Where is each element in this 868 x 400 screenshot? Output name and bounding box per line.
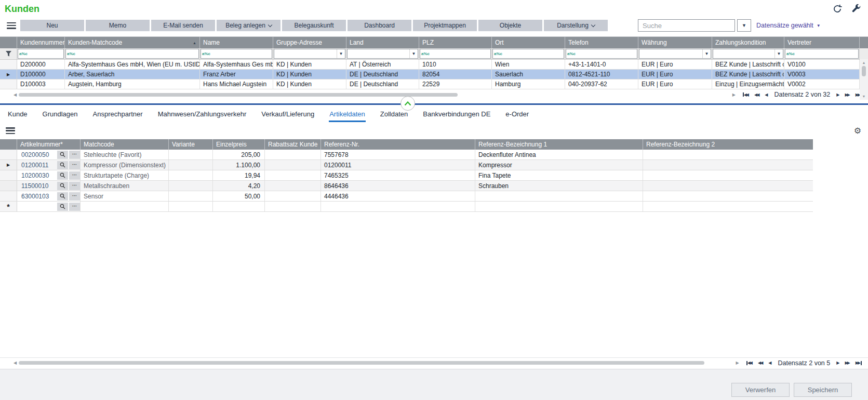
filter-input-kundennummer[interactable]: a%c (18, 49, 64, 59)
row-selector[interactable] (0, 60, 17, 69)
table-row-current[interactable]: ▶ 01200011 ··· Kompressor (Dimensionstex… (0, 160, 813, 170)
dropdown-icon[interactable]: ▼ (774, 49, 783, 58)
tab-ansprechpartner[interactable]: Ansprechpartner (92, 107, 143, 122)
column-header-artikelnummer[interactable]: Artikelnummer* (17, 139, 81, 150)
column-header-plz[interactable]: PLZ (419, 37, 492, 48)
speichern-button[interactable]: Speichern (794, 383, 852, 397)
verwerfen-button[interactable]: Verwerfen (731, 383, 790, 397)
beleg-anlegen-button[interactable]: Beleg anlegen (217, 20, 281, 31)
detail-button[interactable]: ··· (69, 192, 80, 201)
dropdown-icon[interactable]: ▼ (337, 49, 345, 58)
next-record-button[interactable]: ▶ (836, 92, 839, 97)
scroll-down-icon[interactable]: ▼ (862, 93, 866, 100)
dropdown-icon[interactable]: ▼ (409, 49, 418, 58)
column-header-einzelpreis[interactable]: Einzelpreis (213, 139, 265, 150)
table-row[interactable]: 11500010 ··· Metallschrauben 4,20 864643… (0, 181, 813, 191)
scroll-up-icon[interactable]: ▲ (862, 59, 866, 66)
objekte-button[interactable]: Objekte (478, 20, 542, 31)
column-header-zahlungskondition[interactable]: Zahlungskondition (712, 37, 784, 48)
row-selector[interactable] (0, 170, 17, 180)
darstellung-button[interactable]: Darstellung (544, 20, 608, 31)
tab-artikeldaten[interactable]: Artikeldaten (329, 107, 366, 122)
filter-funnel-icon[interactable] (0, 48, 17, 59)
filter-select-gruppe[interactable]: ▼ (274, 49, 345, 59)
lookup-button[interactable] (57, 203, 68, 211)
table-row[interactable]: D200000 Alfa-Systemhaus Ges mbH, Wien (E… (0, 60, 868, 70)
column-header-ort[interactable]: Ort (492, 37, 565, 48)
row-selector[interactable] (0, 191, 17, 201)
scroll-right-icon[interactable]: ▶ (730, 92, 738, 97)
email-senden-button[interactable]: E-Mail senden (151, 20, 215, 31)
column-header-gruppe-adresse[interactable]: Gruppe-Adresse (273, 37, 346, 48)
horizontal-scrollbar[interactable] (19, 93, 458, 97)
refresh-icon[interactable] (833, 4, 842, 14)
horizontal-scrollbar[interactable] (19, 361, 704, 365)
filter-input-ort[interactable]: a%c (492, 49, 564, 59)
column-header-rabattsatz-kunde[interactable]: Rabattsatz Kunde (265, 139, 321, 150)
gear-icon[interactable]: ⚙ (854, 126, 861, 136)
belegauskunft-button[interactable]: Belegauskunft (282, 20, 346, 31)
lookup-button[interactable] (57, 182, 68, 190)
detail-button[interactable]: ··· (69, 151, 80, 159)
next-page-button[interactable]: ▶▶ (845, 92, 850, 97)
detail-button[interactable]: ··· (69, 161, 80, 169)
current-row-marker[interactable]: ▶ (0, 160, 17, 170)
tab-kunde[interactable]: Kunde (7, 107, 28, 122)
column-header-referenz-bezeichnung-1[interactable]: Referenz-Bezeichnung 1 (475, 139, 643, 150)
column-header-matchcode[interactable]: Matchcode (81, 139, 169, 150)
filter-select-waehrung[interactable]: ▼ (639, 49, 711, 59)
prev-record-button[interactable]: ◀ (765, 92, 768, 97)
wrench-icon[interactable] (851, 4, 861, 14)
table-row[interactable]: 63000103 ··· Sensor 50,00 4446436 (0, 191, 813, 202)
current-row-marker[interactable]: ▶ (0, 70, 17, 79)
new-row-marker[interactable]: * (0, 202, 17, 211)
scrollbar-thumb[interactable] (862, 66, 866, 76)
row-selector[interactable] (0, 150, 17, 159)
detail-button[interactable]: ··· (69, 171, 80, 180)
last-record-button[interactable]: ▶▶ (856, 361, 862, 365)
tab-grundlagen[interactable]: Grundlagen (42, 107, 78, 122)
prev-record-button[interactable]: ◀ (768, 361, 771, 365)
projektmappen-button[interactable]: Projektmappen (413, 20, 477, 31)
lookup-button[interactable] (57, 151, 68, 159)
row-selector[interactable] (0, 79, 17, 89)
filter-input-vertreter[interactable]: a%c (785, 49, 859, 59)
search-filter-dropdown[interactable]: ▼ (737, 19, 751, 32)
table-row[interactable]: 10200030 ··· Strukturtapete (Charge) 19,… (0, 170, 813, 181)
column-header-referenz-nr[interactable]: Referenz-Nr. (321, 139, 475, 150)
filter-input-plz[interactable]: a%c (420, 49, 491, 59)
column-header-name[interactable]: Name (200, 37, 273, 48)
search-input[interactable] (638, 19, 735, 32)
filter-input-name[interactable]: a%c (201, 49, 272, 59)
detail-menu-icon[interactable] (6, 127, 15, 134)
scroll-left-icon[interactable]: ◀ (11, 92, 19, 97)
column-header-referenz-bezeichnung-2[interactable]: Referenz-Bezeichnung 2 (643, 139, 813, 150)
first-record-button[interactable]: ◀◀ (743, 92, 749, 97)
dashboard-button[interactable]: Dashboard (348, 20, 411, 31)
tab-mahnwesen-zahlungsverkehr[interactable]: Mahnwesen/Zahlungsverkehr (157, 107, 247, 122)
vertical-scrollbar[interactable]: ▲ ▼ (860, 59, 868, 100)
tab-e-order[interactable]: e-Order (505, 107, 529, 122)
prev-page-button[interactable]: ◀◀ (758, 361, 763, 365)
column-header-kundennummer[interactable]: Kundennummer (17, 37, 65, 48)
column-header-variante[interactable]: Variante (169, 139, 213, 150)
column-header-waehrung[interactable]: Währung (638, 37, 712, 48)
neu-button[interactable]: Neu (20, 20, 84, 31)
first-record-button[interactable]: ◀◀ (746, 361, 753, 365)
tab-verkauf-lieferung[interactable]: Verkauf/Lieferung (261, 107, 315, 122)
filter-select-zahlungskondition[interactable]: ▼ (713, 49, 783, 59)
detail-button[interactable]: ··· (69, 182, 80, 190)
table-row[interactable]: D100003 Augstein, Hamburg Hans Michael A… (0, 79, 868, 89)
column-header-land[interactable]: Land (346, 37, 419, 48)
table-row-selected[interactable]: ▶ D100000 Arber, Sauerlach Franz Arber K… (0, 70, 868, 79)
tab-zolldaten[interactable]: Zolldaten (380, 107, 408, 122)
list-menu-icon[interactable] (7, 22, 16, 29)
records-selected-dropdown[interactable]: Datensätze gewählt▼ (756, 22, 821, 29)
next-record-button[interactable]: ▶ (836, 361, 839, 365)
detail-button[interactable]: ··· (69, 203, 80, 211)
filter-select-land[interactable]: ▼ (347, 49, 418, 59)
new-row[interactable]: * ··· (0, 202, 813, 212)
tab-bankverbindungen-de[interactable]: Bankverbindungen DE (422, 107, 491, 122)
column-header-kunden-matchcode[interactable]: Kunden-Matchcode▲ (65, 37, 200, 48)
lookup-button[interactable] (57, 192, 68, 201)
